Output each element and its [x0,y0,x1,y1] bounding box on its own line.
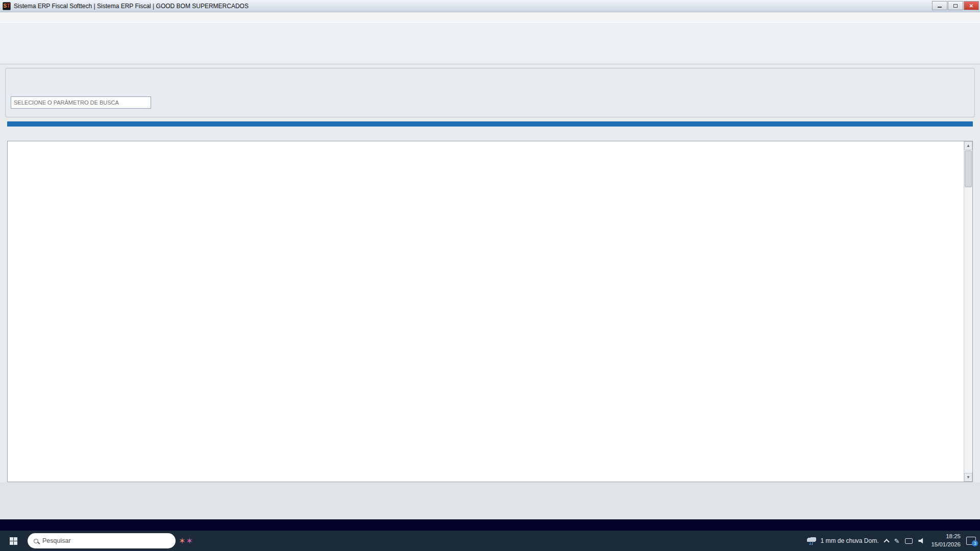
scrollbar-thumb[interactable] [965,151,972,187]
display-icon[interactable] [905,538,913,544]
status-bar [0,519,980,531]
close-button[interactable]: ✕ [964,1,979,10]
windows-taskbar: Pesquisar ✶✶ 1 mm de chuva Dom. ✎ 18:25 … [0,531,980,551]
rain-cloud-icon [806,537,817,545]
clock[interactable]: 18:25 15/01/2026 [931,533,961,548]
window-title: Sistema ERP Fiscal Softtech | Sistema ER… [14,3,249,10]
taskbar-search-placeholder: Pesquisar [42,537,71,544]
weather-text: 1 mm de chuva Dom. [820,537,878,544]
chevron-up-icon[interactable] [884,539,889,544]
taskbar-search-input[interactable]: Pesquisar [28,533,176,548]
tray-time: 18:25 [931,533,961,541]
minimize-button[interactable] [932,1,947,10]
scroll-up-icon[interactable]: ▲ [964,141,972,150]
speaker-icon[interactable] [918,538,925,544]
search-filter-panel [5,68,975,117]
menu-bar [0,12,980,22]
windows-logo-icon [10,537,17,545]
action-buttons-bar [0,482,980,519]
vertical-scrollbar[interactable]: ▲ ▼ [964,141,972,482]
maximize-button[interactable] [948,1,963,10]
products-table-container: ▲ ▼ [7,141,973,482]
search-input[interactable] [11,96,151,109]
scroll-down-icon[interactable]: ▼ [964,473,972,482]
tray-date: 15/01/2026 [931,541,961,549]
copilot-star-icon[interactable]: ✶✶ [179,536,193,546]
start-button[interactable] [3,531,23,551]
pen-icon[interactable]: ✎ [894,537,900,545]
search-icon [34,539,38,543]
main-toolbar [0,22,980,64]
weather-widget[interactable]: 1 mm de chuva Dom. [806,537,878,545]
system-tray: 1 mm de chuva Dom. ✎ 18:25 15/01/2026 3 [806,533,980,548]
logo-s: S [4,4,7,9]
notifications-icon[interactable]: 3 [966,537,976,545]
notification-badge: 3 [972,540,978,546]
accent-divider-bar [7,121,973,127]
app-logo-icon: ST [3,2,11,10]
logo-t: T [7,4,10,9]
window-titlebar: ST Sistema ERP Fiscal Softtech | Sistema… [0,0,980,12]
